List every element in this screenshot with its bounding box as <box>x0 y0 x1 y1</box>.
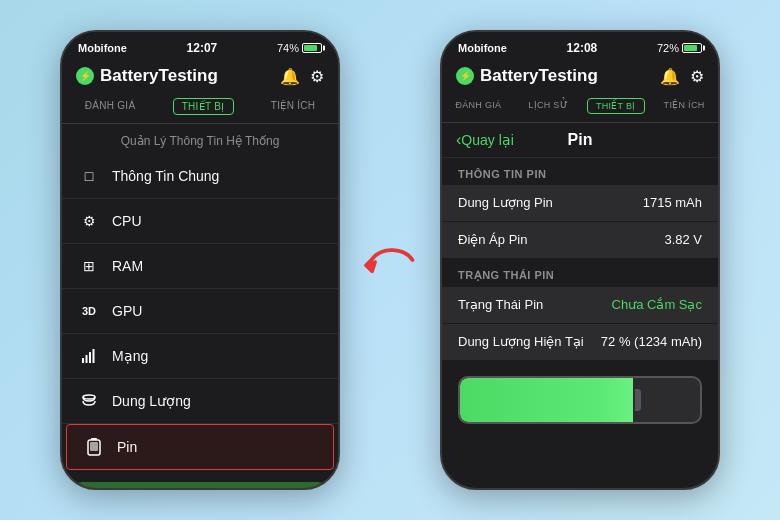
left-carrier: Mobifone <box>78 42 127 54</box>
mang-icon <box>78 345 100 367</box>
right-phone: Mobifone 12:08 72% ⚡ BatteryTesting 🔔 ⚙ … <box>440 30 720 490</box>
ram-label: RAM <box>112 258 143 274</box>
left-install-button[interactable]: ⬇ Cài đặt phiên bản đầy đủ › <box>72 482 328 490</box>
left-bell-icon[interactable]: 🔔 <box>280 67 300 86</box>
red-arrow-svg <box>360 225 420 295</box>
back-label[interactable]: Quay lại <box>461 132 514 148</box>
left-menu-cpu[interactable]: ⚙ CPU <box>62 199 338 244</box>
section-header-trang-thai-pin: TRẠNG THÁI PIN <box>442 259 718 286</box>
dien-ap-pin-label: Điện Áp Pin <box>458 232 527 247</box>
dung-luong-label: Dung Lượng <box>112 393 191 409</box>
left-battery-area: 74% <box>277 42 322 54</box>
svg-rect-7 <box>90 442 98 451</box>
battery-visual-fill <box>460 378 633 422</box>
right-tab-tien-ich[interactable]: TIỆN ÍCH <box>656 98 713 114</box>
left-app-header: ⚡ BatteryTesting 🔔 ⚙ <box>62 60 338 92</box>
right-app-icon: ⚡ <box>456 67 474 85</box>
left-tab-bar: ĐÁNH GIÁ THIẾT BỊ TIỆN ÍCH <box>62 92 338 124</box>
right-tab-danh-gia[interactable]: ĐÁNH GIÁ <box>447 98 509 114</box>
right-status-bar: Mobifone 12:08 72% <box>442 32 718 60</box>
svg-rect-3 <box>93 349 95 363</box>
right-battery-icon <box>682 43 702 53</box>
thong-tin-chung-icon: □ <box>78 165 100 187</box>
gpu-label: GPU <box>112 303 142 319</box>
trang-thai-pin-value: Chưa Cắm Sạc <box>612 297 702 312</box>
info-row-dung-luong-pin: Dung Lượng Pin 1715 mAh <box>442 185 718 221</box>
right-battery-fill <box>684 45 697 51</box>
dung-luong-pin-label: Dung Lượng Pin <box>458 195 553 210</box>
right-bell-icon[interactable]: 🔔 <box>660 67 680 86</box>
pin-icon <box>83 436 105 458</box>
cpu-icon: ⚙ <box>78 210 100 232</box>
right-gear-icon[interactable]: ⚙ <box>690 67 704 86</box>
left-menu-gpu[interactable]: 3D GPU <box>62 289 338 334</box>
right-app-title-text: BatteryTesting <box>480 66 598 86</box>
back-nav: ‹ Quay lại Pin <box>442 123 718 158</box>
dung-luong-hien-tai-label: Dung Lượng Hiện Tại <box>458 334 584 349</box>
trang-thai-pin-label: Trạng Thái Pin <box>458 297 543 312</box>
left-tab-thiet-bi[interactable]: THIẾT BỊ <box>173 98 234 115</box>
dung-luong-icon <box>78 390 100 412</box>
main-container: Mobifone 12:07 74% ⚡ BatteryTesting 🔔 ⚙ … <box>0 0 780 520</box>
right-app-header: ⚡ BatteryTesting 🔔 ⚙ <box>442 60 718 92</box>
svg-rect-0 <box>82 358 84 363</box>
left-phone: Mobifone 12:07 74% ⚡ BatteryTesting 🔔 ⚙ … <box>60 30 340 490</box>
left-app-icon: ⚡ <box>76 67 94 85</box>
left-battery-text: 74% <box>277 42 299 54</box>
left-menu-pin[interactable]: Pin <box>66 424 334 470</box>
right-battery-text: 72% <box>657 42 679 54</box>
thong-tin-chung-label: Thông Tin Chung <box>112 168 219 184</box>
info-row-dien-ap-pin: Điện Áp Pin 3.82 V <box>442 222 718 258</box>
page-title: Pin <box>568 131 593 149</box>
left-gear-icon[interactable]: ⚙ <box>310 67 324 86</box>
left-battery-icon <box>302 43 322 53</box>
right-tab-lich-su[interactable]: LỊCH SỬ <box>520 98 576 114</box>
left-menu-dung-luong[interactable]: Dung Lượng <box>62 379 338 424</box>
dien-ap-pin-value: 3.82 V <box>664 232 702 247</box>
mang-label: Mạng <box>112 348 148 364</box>
svg-rect-1 <box>86 355 88 363</box>
left-menu-ram[interactable]: ⊞ RAM <box>62 244 338 289</box>
arrow-container <box>360 225 420 295</box>
left-menu-mang[interactable]: Mạng <box>62 334 338 379</box>
dung-luong-pin-value: 1715 mAh <box>643 195 702 210</box>
cpu-label: CPU <box>112 213 142 229</box>
info-row-trang-thai-pin: Trạng Thái Pin Chưa Cắm Sạc <box>442 287 718 323</box>
right-header-icons: 🔔 ⚙ <box>660 67 704 86</box>
left-status-bar: Mobifone 12:07 74% <box>62 32 338 60</box>
ram-icon: ⊞ <box>78 255 100 277</box>
battery-visual <box>458 376 702 424</box>
right-battery-area: 72% <box>657 42 702 54</box>
left-battery-fill <box>304 45 317 51</box>
left-tab-danh-gia[interactable]: ĐÁNH GIÁ <box>77 98 144 115</box>
left-app-title-text: BatteryTesting <box>100 66 218 86</box>
left-section-title: Quản Lý Thông Tin Hệ Thống <box>62 124 338 154</box>
svg-rect-2 <box>89 352 91 363</box>
pin-label: Pin <box>117 439 137 455</box>
right-app-title-group: ⚡ BatteryTesting <box>456 66 598 86</box>
gpu-icon: 3D <box>78 300 100 322</box>
right-tab-bar: ĐÁNH GIÁ LỊCH SỬ THIẾT BỊ TIỆN ÍCH <box>442 92 718 123</box>
svg-point-4 <box>83 395 95 399</box>
left-menu-thong-tin-chung[interactable]: □ Thông Tin Chung <box>62 154 338 199</box>
left-header-icons: 🔔 ⚙ <box>280 67 324 86</box>
left-app-title-group: ⚡ BatteryTesting <box>76 66 218 86</box>
info-row-dung-luong-hien-tai: Dung Lượng Hiện Tại 72 % (1234 mAh) <box>442 324 718 360</box>
right-tab-thiet-bi[interactable]: THIẾT BỊ <box>587 98 645 114</box>
right-carrier: Mobifone <box>458 42 507 54</box>
right-time: 12:08 <box>567 41 598 55</box>
section-header-thong-tin-pin: THÔNG TIN PIN <box>442 158 718 184</box>
dung-luong-hien-tai-value: 72 % (1234 mAh) <box>601 334 702 349</box>
left-tab-tien-ich[interactable]: TIỆN ÍCH <box>263 98 324 115</box>
left-time: 12:07 <box>187 41 218 55</box>
